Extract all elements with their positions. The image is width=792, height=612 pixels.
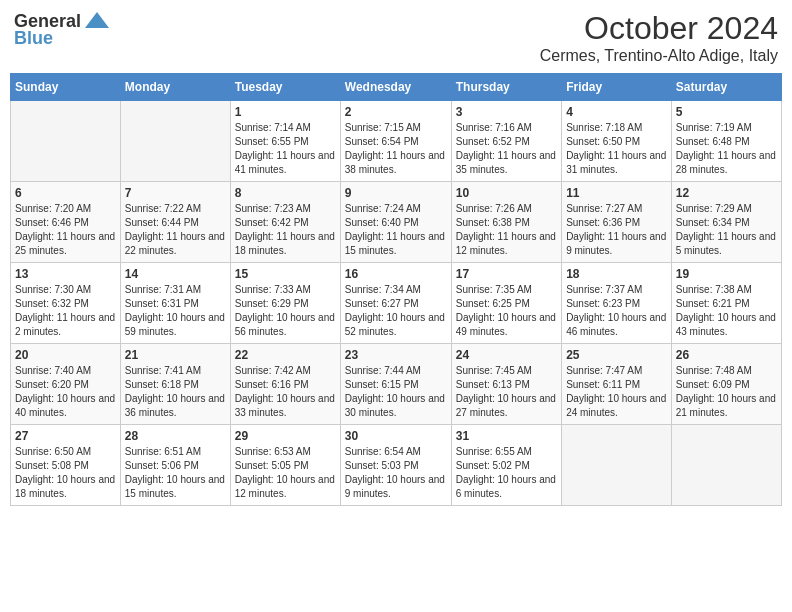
day-number: 28 [125,429,226,443]
calendar-cell: 15Sunrise: 7:33 AM Sunset: 6:29 PM Dayli… [230,263,340,344]
day-number: 9 [345,186,447,200]
calendar-cell [562,425,672,506]
day-info: Sunrise: 7:24 AM Sunset: 6:40 PM Dayligh… [345,202,447,258]
day-info: Sunrise: 7:33 AM Sunset: 6:29 PM Dayligh… [235,283,336,339]
calendar-cell: 11Sunrise: 7:27 AM Sunset: 6:36 PM Dayli… [562,182,672,263]
header-tuesday: Tuesday [230,74,340,101]
calendar-week-row: 13Sunrise: 7:30 AM Sunset: 6:32 PM Dayli… [11,263,782,344]
day-number: 6 [15,186,116,200]
day-info: Sunrise: 6:54 AM Sunset: 5:03 PM Dayligh… [345,445,447,501]
logo-blue-text: Blue [14,28,53,49]
header-saturday: Saturday [671,74,781,101]
day-info: Sunrise: 7:48 AM Sunset: 6:09 PM Dayligh… [676,364,777,420]
day-number: 11 [566,186,667,200]
calendar-cell: 30Sunrise: 6:54 AM Sunset: 5:03 PM Dayli… [340,425,451,506]
calendar-cell: 3Sunrise: 7:16 AM Sunset: 6:52 PM Daylig… [451,101,561,182]
day-number: 26 [676,348,777,362]
calendar-cell: 28Sunrise: 6:51 AM Sunset: 5:06 PM Dayli… [120,425,230,506]
header-thursday: Thursday [451,74,561,101]
day-number: 25 [566,348,667,362]
day-number: 4 [566,105,667,119]
calendar-week-row: 20Sunrise: 7:40 AM Sunset: 6:20 PM Dayli… [11,344,782,425]
day-info: Sunrise: 7:45 AM Sunset: 6:13 PM Dayligh… [456,364,557,420]
calendar-cell: 29Sunrise: 6:53 AM Sunset: 5:05 PM Dayli… [230,425,340,506]
calendar-cell: 6Sunrise: 7:20 AM Sunset: 6:46 PM Daylig… [11,182,121,263]
page-header: General Blue October 2024 Cermes, Trenti… [10,10,782,65]
day-number: 3 [456,105,557,119]
day-number: 8 [235,186,336,200]
day-number: 7 [125,186,226,200]
title-section: October 2024 Cermes, Trentino-Alto Adige… [540,10,778,65]
day-info: Sunrise: 7:15 AM Sunset: 6:54 PM Dayligh… [345,121,447,177]
calendar-cell: 16Sunrise: 7:34 AM Sunset: 6:27 PM Dayli… [340,263,451,344]
day-number: 22 [235,348,336,362]
day-info: Sunrise: 7:34 AM Sunset: 6:27 PM Dayligh… [345,283,447,339]
calendar-cell: 19Sunrise: 7:38 AM Sunset: 6:21 PM Dayli… [671,263,781,344]
calendar-week-row: 1Sunrise: 7:14 AM Sunset: 6:55 PM Daylig… [11,101,782,182]
day-info: Sunrise: 7:27 AM Sunset: 6:36 PM Dayligh… [566,202,667,258]
day-info: Sunrise: 6:53 AM Sunset: 5:05 PM Dayligh… [235,445,336,501]
calendar-cell: 20Sunrise: 7:40 AM Sunset: 6:20 PM Dayli… [11,344,121,425]
calendar-cell: 9Sunrise: 7:24 AM Sunset: 6:40 PM Daylig… [340,182,451,263]
day-info: Sunrise: 7:35 AM Sunset: 6:25 PM Dayligh… [456,283,557,339]
day-number: 23 [345,348,447,362]
day-info: Sunrise: 7:22 AM Sunset: 6:44 PM Dayligh… [125,202,226,258]
day-info: Sunrise: 7:40 AM Sunset: 6:20 PM Dayligh… [15,364,116,420]
logo: General Blue [14,10,111,49]
calendar-week-row: 27Sunrise: 6:50 AM Sunset: 5:08 PM Dayli… [11,425,782,506]
month-title: October 2024 [540,10,778,47]
day-number: 1 [235,105,336,119]
day-info: Sunrise: 7:19 AM Sunset: 6:48 PM Dayligh… [676,121,777,177]
calendar-cell: 31Sunrise: 6:55 AM Sunset: 5:02 PM Dayli… [451,425,561,506]
day-number: 12 [676,186,777,200]
logo-icon [83,10,111,32]
day-number: 13 [15,267,116,281]
day-info: Sunrise: 7:18 AM Sunset: 6:50 PM Dayligh… [566,121,667,177]
calendar-cell: 2Sunrise: 7:15 AM Sunset: 6:54 PM Daylig… [340,101,451,182]
day-number: 27 [15,429,116,443]
calendar-cell: 21Sunrise: 7:41 AM Sunset: 6:18 PM Dayli… [120,344,230,425]
day-info: Sunrise: 6:50 AM Sunset: 5:08 PM Dayligh… [15,445,116,501]
calendar-cell: 4Sunrise: 7:18 AM Sunset: 6:50 PM Daylig… [562,101,672,182]
day-info: Sunrise: 7:41 AM Sunset: 6:18 PM Dayligh… [125,364,226,420]
calendar-cell [11,101,121,182]
calendar-cell: 18Sunrise: 7:37 AM Sunset: 6:23 PM Dayli… [562,263,672,344]
calendar-cell: 17Sunrise: 7:35 AM Sunset: 6:25 PM Dayli… [451,263,561,344]
calendar-cell: 14Sunrise: 7:31 AM Sunset: 6:31 PM Dayli… [120,263,230,344]
header-wednesday: Wednesday [340,74,451,101]
calendar-cell: 24Sunrise: 7:45 AM Sunset: 6:13 PM Dayli… [451,344,561,425]
day-info: Sunrise: 7:26 AM Sunset: 6:38 PM Dayligh… [456,202,557,258]
day-info: Sunrise: 7:42 AM Sunset: 6:16 PM Dayligh… [235,364,336,420]
day-number: 20 [15,348,116,362]
day-number: 29 [235,429,336,443]
day-number: 18 [566,267,667,281]
calendar-cell: 27Sunrise: 6:50 AM Sunset: 5:08 PM Dayli… [11,425,121,506]
day-info: Sunrise: 7:31 AM Sunset: 6:31 PM Dayligh… [125,283,226,339]
day-info: Sunrise: 7:47 AM Sunset: 6:11 PM Dayligh… [566,364,667,420]
calendar-cell: 12Sunrise: 7:29 AM Sunset: 6:34 PM Dayli… [671,182,781,263]
day-info: Sunrise: 6:51 AM Sunset: 5:06 PM Dayligh… [125,445,226,501]
day-number: 15 [235,267,336,281]
svg-marker-0 [85,12,109,28]
day-info: Sunrise: 7:23 AM Sunset: 6:42 PM Dayligh… [235,202,336,258]
day-info: Sunrise: 7:14 AM Sunset: 6:55 PM Dayligh… [235,121,336,177]
day-number: 31 [456,429,557,443]
header-monday: Monday [120,74,230,101]
day-info: Sunrise: 7:30 AM Sunset: 6:32 PM Dayligh… [15,283,116,339]
day-number: 19 [676,267,777,281]
calendar-cell [671,425,781,506]
day-number: 10 [456,186,557,200]
day-info: Sunrise: 7:29 AM Sunset: 6:34 PM Dayligh… [676,202,777,258]
day-info: Sunrise: 7:37 AM Sunset: 6:23 PM Dayligh… [566,283,667,339]
calendar-cell: 22Sunrise: 7:42 AM Sunset: 6:16 PM Dayli… [230,344,340,425]
calendar-cell: 5Sunrise: 7:19 AM Sunset: 6:48 PM Daylig… [671,101,781,182]
day-info: Sunrise: 7:44 AM Sunset: 6:15 PM Dayligh… [345,364,447,420]
day-number: 24 [456,348,557,362]
day-number: 30 [345,429,447,443]
calendar-cell: 7Sunrise: 7:22 AM Sunset: 6:44 PM Daylig… [120,182,230,263]
calendar-cell: 25Sunrise: 7:47 AM Sunset: 6:11 PM Dayli… [562,344,672,425]
day-number: 17 [456,267,557,281]
header-sunday: Sunday [11,74,121,101]
day-info: Sunrise: 7:20 AM Sunset: 6:46 PM Dayligh… [15,202,116,258]
day-info: Sunrise: 7:38 AM Sunset: 6:21 PM Dayligh… [676,283,777,339]
